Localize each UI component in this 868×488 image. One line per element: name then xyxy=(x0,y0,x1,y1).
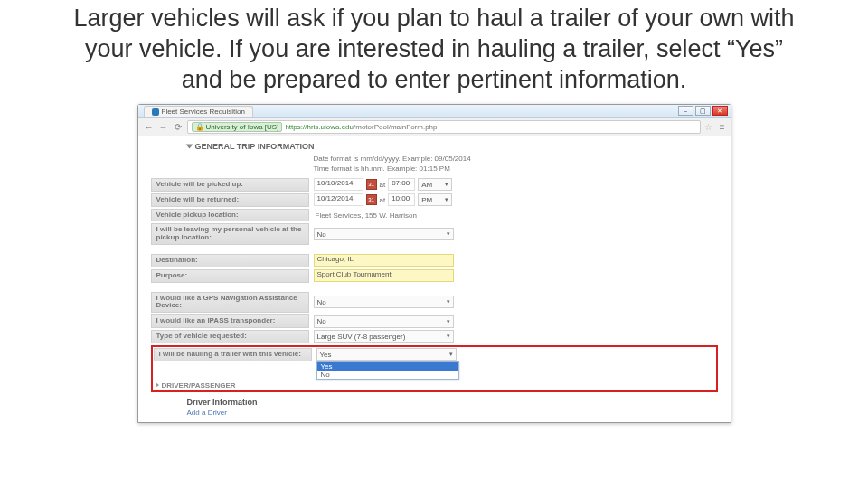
chevron-down-icon: ▾ xyxy=(447,230,450,238)
calendar-icon[interactable]: 31 xyxy=(366,179,377,190)
browser-tab[interactable]: Fleet Services Requisition xyxy=(144,106,253,117)
return-time-input[interactable]: 10:00 xyxy=(388,193,415,206)
address-input[interactable]: 🔒 University of Iowa [US] https://hris.u… xyxy=(187,120,701,134)
lock-icon: 🔒 xyxy=(195,123,204,131)
pickup-ampm-select[interactable]: AM▾ xyxy=(418,178,452,191)
destination-input[interactable]: Chicago, IL xyxy=(314,254,454,267)
window-max-button[interactable]: ▢ xyxy=(695,106,711,116)
chevron-down-icon: ▾ xyxy=(449,351,453,358)
chevron-down-icon: ▾ xyxy=(447,333,450,340)
label-purpose: Purpose: xyxy=(151,269,309,283)
address-bar-row: ← → ⟳ 🔒 University of Iowa [US] https://… xyxy=(138,118,731,136)
trailer-option-yes[interactable]: Yes xyxy=(317,362,458,371)
chevron-down-icon: ▾ xyxy=(445,181,448,188)
back-button[interactable]: ← xyxy=(144,122,155,133)
add-driver-link[interactable]: Add a Driver xyxy=(187,408,718,417)
https-chip: 🔒 University of Iowa [US] xyxy=(192,122,283,132)
trailer-select[interactable]: Yes▾ xyxy=(316,348,457,361)
disclosure-triangle-icon[interactable] xyxy=(185,145,193,149)
bookmark-star-icon[interactable]: ☆ xyxy=(704,122,712,132)
tab-favicon xyxy=(152,108,159,116)
label-trailer: I will be hauling a trailer with this ve… xyxy=(154,348,312,361)
pickup-date-input[interactable]: 10/10/2014 xyxy=(314,178,363,191)
section-general-trip: GENERAL TRIP INFORMATION xyxy=(187,142,718,151)
label-vehicle-type: Type of vehicle requested: xyxy=(151,330,309,343)
window-close-button[interactable]: ✕ xyxy=(712,106,728,116)
ipass-select[interactable]: No▾ xyxy=(314,315,454,328)
label-ipass: I would like an IPASS transponder: xyxy=(151,314,309,328)
return-ampm-select[interactable]: PM▾ xyxy=(418,193,452,206)
window-min-button[interactable]: – xyxy=(678,106,693,116)
trailer-select-dropdown[interactable]: Yes No xyxy=(316,361,459,380)
slide-title: Larger vehicles will ask if you plan to … xyxy=(0,0,868,102)
browser-menu-icon[interactable]: ≡ xyxy=(720,122,725,132)
label-pickup-location: Vehicle pickup location: xyxy=(151,209,309,222)
label-return: Vehicle will be returned: xyxy=(151,193,309,207)
pickup-time-input[interactable]: 07:00 xyxy=(388,178,415,191)
return-date-input[interactable]: 10/12/2014 xyxy=(314,193,363,206)
trailer-option-no[interactable]: No xyxy=(317,371,458,379)
page-content: GENERAL TRIP INFORMATION Date format is … xyxy=(138,136,731,421)
label-leave-vehicle: I will be leaving my personal vehicle at… xyxy=(151,223,309,245)
leave-vehicle-select[interactable]: No▾ xyxy=(314,228,454,240)
pickup-location-value: Fleet Services, 155 W. Harrison xyxy=(314,211,417,220)
window-titlebar: Fleet Services Requisition – ▢ ✕ xyxy=(138,105,731,118)
vehicle-type-select[interactable]: Large SUV (7-8 passenger)▾ xyxy=(314,330,454,343)
chevron-down-icon: ▾ xyxy=(445,196,448,203)
gps-select[interactable]: No▾ xyxy=(314,296,454,308)
section-driver-passenger: DRIVER/PASSENGER xyxy=(156,381,715,389)
trailer-highlight-box: I will be hauling a trailer with this ve… xyxy=(151,345,718,392)
tab-title: Fleet Services Requisition xyxy=(162,108,245,116)
browser-screenshot: Fleet Services Requisition – ▢ ✕ ← → ⟳ 🔒… xyxy=(137,104,731,422)
label-destination: Destination: xyxy=(151,254,309,267)
forward-button[interactable]: → xyxy=(158,122,169,133)
disclosure-triangle-icon[interactable] xyxy=(156,382,159,388)
chevron-down-icon: ▾ xyxy=(447,318,450,325)
label-pickup: Vehicle will be picked up: xyxy=(151,178,309,192)
driver-information-heading: Driver Information xyxy=(187,398,718,407)
url-path: /motorPool/mainForm.php xyxy=(354,123,437,131)
label-gps: I would like a GPS Navigation Assistance… xyxy=(151,292,309,314)
url-host: https://hris.uiowa.edu xyxy=(285,123,354,131)
reload-button[interactable]: ⟳ xyxy=(173,122,184,133)
calendar-icon[interactable]: 31 xyxy=(366,194,377,205)
format-hint: Date format is mm/dd/yyyy. Example: 09/0… xyxy=(314,155,718,174)
purpose-input[interactable]: Sport Club Tournament xyxy=(314,269,454,282)
chevron-down-icon: ▾ xyxy=(447,298,450,305)
